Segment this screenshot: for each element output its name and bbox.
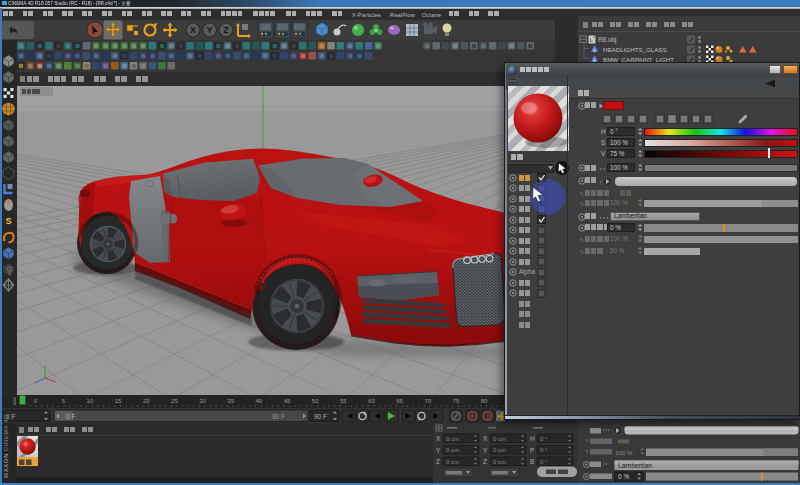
svg-text:0 %: 0 %: [618, 473, 629, 480]
svg-text:5: 5: [62, 398, 66, 404]
svg-text:70: 70: [424, 398, 431, 404]
svg-text:B: B: [530, 458, 534, 465]
svg-text:Z: Z: [223, 25, 229, 35]
svg-text:0 cm: 0 cm: [493, 447, 506, 453]
svg-text:H: H: [530, 435, 535, 442]
svg-text:Y: Y: [206, 25, 212, 35]
svg-text:45: 45: [284, 398, 291, 404]
svg-text:S: S: [5, 216, 11, 226]
svg-text:Y: Y: [483, 447, 488, 454]
svg-text:90 F: 90 F: [272, 412, 285, 419]
svg-text:0 °: 0 °: [540, 447, 548, 453]
svg-text:Z: Z: [483, 458, 487, 465]
svg-text:R8.obj: R8.obj: [598, 36, 616, 44]
svg-text:75: 75: [453, 398, 460, 404]
svg-text:HEADLIGHTS_GLASS: HEADLIGHTS_GLASS: [603, 46, 667, 53]
svg-text:0 F: 0 F: [66, 412, 75, 419]
svg-text:X: X: [483, 435, 488, 442]
svg-text:X: X: [436, 435, 441, 442]
svg-text:40: 40: [256, 398, 263, 404]
svg-text:0 cm: 0 cm: [446, 459, 459, 465]
svg-text:0 cm: 0 cm: [493, 436, 506, 442]
svg-text:?: ?: [486, 412, 490, 419]
svg-text:Y: Y: [436, 447, 441, 454]
svg-text:100 %: 100 %: [615, 449, 633, 456]
svg-text:Z: Z: [436, 458, 440, 465]
svg-text:35: 35: [227, 398, 234, 404]
svg-text:0 cm: 0 cm: [446, 436, 459, 442]
svg-text:10: 10: [87, 398, 94, 404]
svg-text:25: 25: [171, 398, 178, 404]
svg-text:0: 0: [34, 398, 38, 404]
svg-text:0 °: 0 °: [540, 436, 548, 442]
svg-text:80: 80: [481, 398, 488, 404]
svg-text:50: 50: [312, 398, 319, 404]
svg-text:30: 30: [199, 398, 206, 404]
svg-text:55: 55: [340, 398, 347, 404]
svg-text:0 cm: 0 cm: [493, 459, 506, 465]
svg-text:0 cm: 0 cm: [446, 447, 459, 453]
svg-text:15: 15: [115, 398, 122, 404]
svg-text:20: 20: [143, 398, 150, 404]
svg-text:P: P: [530, 447, 534, 454]
svg-text:60: 60: [368, 398, 375, 404]
svg-text:65: 65: [396, 398, 403, 404]
svg-text:0 °: 0 °: [540, 459, 548, 465]
svg-text:X: X: [190, 25, 196, 35]
svg-text:Lambertian: Lambertian: [618, 462, 652, 469]
svg-text:90 F: 90 F: [314, 412, 327, 419]
